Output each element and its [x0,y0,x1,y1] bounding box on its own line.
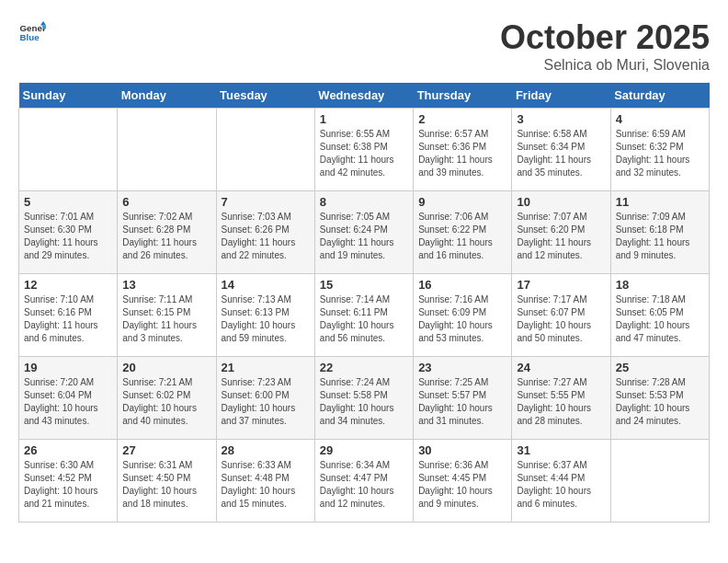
day-number: 15 [320,278,408,292]
day-info: Sunrise: 6:36 AM Sunset: 4:45 PM Dayligh… [418,459,506,511]
page-header: General Blue October 2025 Selnica ob Mur… [18,18,710,74]
day-number: 12 [24,278,112,292]
day-number: 24 [517,361,605,374]
day-number: 28 [222,443,310,457]
day-info: Sunrise: 6:33 AM Sunset: 4:48 PM Dayligh… [222,459,310,511]
day-info: Sunrise: 7:27 AM Sunset: 5:55 PM Dayligh… [517,376,605,428]
day-number: 10 [517,195,605,209]
day-number: 1 [320,112,408,126]
day-info: Sunrise: 7:06 AM Sunset: 6:22 PM Dayligh… [418,211,506,262]
day-number: 16 [418,278,506,292]
day-cell: 12Sunrise: 7:10 AM Sunset: 6:16 PM Dayli… [19,274,118,357]
day-cell: 28Sunrise: 6:33 AM Sunset: 4:48 PM Dayli… [216,440,314,523]
day-info: Sunrise: 7:09 AM Sunset: 6:18 PM Dayligh… [616,211,704,262]
day-info: Sunrise: 7:21 AM Sunset: 6:02 PM Dayligh… [122,376,210,428]
day-info: Sunrise: 6:30 AM Sunset: 4:52 PM Dayligh… [24,459,112,511]
day-cell: 21Sunrise: 7:23 AM Sunset: 6:00 PM Dayli… [216,357,314,440]
day-info: Sunrise: 6:37 AM Sunset: 4:44 PM Dayligh… [517,459,605,511]
calendar: SundayMondayTuesdayWednesdayThursdayFrid… [18,83,710,523]
day-number: 27 [122,443,210,457]
day-number: 5 [24,195,112,209]
day-info: Sunrise: 7:14 AM Sunset: 6:11 PM Dayligh… [320,293,408,345]
day-info: Sunrise: 7:20 AM Sunset: 6:04 PM Dayligh… [24,376,112,428]
day-info: Sunrise: 6:57 AM Sunset: 6:36 PM Dayligh… [418,128,506,179]
day-info: Sunrise: 7:02 AM Sunset: 6:28 PM Dayligh… [122,211,210,262]
logo-icon: General Blue [18,18,46,46]
day-cell: 30Sunrise: 6:36 AM Sunset: 4:45 PM Dayli… [414,440,512,523]
day-cell: 3Sunrise: 6:58 AM Sunset: 6:34 PM Daylig… [512,109,610,191]
day-number: 29 [320,443,408,457]
day-number: 19 [24,361,112,374]
day-info: Sunrise: 7:07 AM Sunset: 6:20 PM Dayligh… [517,211,605,262]
day-cell: 29Sunrise: 6:34 AM Sunset: 4:47 PM Dayli… [314,440,413,523]
day-number: 14 [222,278,310,292]
logo: General Blue [18,18,46,46]
day-cell: 7Sunrise: 7:03 AM Sunset: 6:26 PM Daylig… [216,191,314,274]
location-title: Selnica ob Muri, Slovenia [500,57,710,74]
day-cell: 17Sunrise: 7:17 AM Sunset: 6:07 PM Dayli… [512,274,610,357]
day-number: 26 [24,443,112,457]
day-number: 2 [418,112,506,126]
day-cell: 23Sunrise: 7:25 AM Sunset: 5:57 PM Dayli… [414,357,512,440]
day-number: 7 [222,195,310,209]
day-info: Sunrise: 7:01 AM Sunset: 6:30 PM Dayligh… [24,211,112,262]
day-info: Sunrise: 7:10 AM Sunset: 6:16 PM Dayligh… [24,293,112,345]
day-cell: 27Sunrise: 6:31 AM Sunset: 4:50 PM Dayli… [118,440,216,523]
day-info: Sunrise: 7:18 AM Sunset: 6:05 PM Dayligh… [616,293,704,345]
day-cell: 10Sunrise: 7:07 AM Sunset: 6:20 PM Dayli… [512,191,610,274]
weekday-header-thursday: Thursday [414,83,512,109]
day-info: Sunrise: 7:11 AM Sunset: 6:15 PM Dayligh… [122,293,210,345]
day-info: Sunrise: 7:23 AM Sunset: 6:00 PM Dayligh… [222,376,310,428]
day-number: 3 [517,112,605,126]
day-cell: 16Sunrise: 7:16 AM Sunset: 6:09 PM Dayli… [414,274,512,357]
day-info: Sunrise: 6:34 AM Sunset: 4:47 PM Dayligh… [320,459,408,511]
title-block: October 2025 Selnica ob Muri, Slovenia [500,18,710,74]
day-info: Sunrise: 7:24 AM Sunset: 5:58 PM Dayligh… [320,376,408,428]
day-info: Sunrise: 6:59 AM Sunset: 6:32 PM Dayligh… [616,128,704,179]
day-cell: 13Sunrise: 7:11 AM Sunset: 6:15 PM Dayli… [118,274,216,357]
day-number: 6 [122,195,210,209]
day-info: Sunrise: 7:25 AM Sunset: 5:57 PM Dayligh… [418,376,506,428]
day-cell [216,109,314,191]
day-cell [610,440,709,523]
day-number: 11 [616,195,704,209]
day-number: 9 [418,195,506,209]
day-number: 20 [122,361,210,374]
weekday-header-tuesday: Tuesday [216,83,314,109]
day-cell: 15Sunrise: 7:14 AM Sunset: 6:11 PM Dayli… [314,274,413,357]
day-info: Sunrise: 6:55 AM Sunset: 6:38 PM Dayligh… [320,128,408,179]
day-number: 8 [320,195,408,209]
day-info: Sunrise: 7:13 AM Sunset: 6:13 PM Dayligh… [222,293,310,345]
weekday-header-row: SundayMondayTuesdayWednesdayThursdayFrid… [19,83,710,109]
day-number: 17 [517,278,605,292]
day-info: Sunrise: 7:05 AM Sunset: 6:24 PM Dayligh… [320,211,408,262]
day-info: Sunrise: 7:03 AM Sunset: 6:26 PM Dayligh… [222,211,310,262]
day-number: 25 [616,361,704,374]
day-number: 31 [517,443,605,457]
weekday-header-monday: Monday [118,83,216,109]
day-info: Sunrise: 7:17 AM Sunset: 6:07 PM Dayligh… [517,293,605,345]
weekday-header-sunday: Sunday [19,83,118,109]
day-cell: 18Sunrise: 7:18 AM Sunset: 6:05 PM Dayli… [610,274,709,357]
month-title: October 2025 [500,18,710,57]
day-cell [19,109,118,191]
day-number: 22 [320,361,408,374]
week-row-4: 19Sunrise: 7:20 AM Sunset: 6:04 PM Dayli… [19,357,710,440]
day-info: Sunrise: 6:31 AM Sunset: 4:50 PM Dayligh… [122,459,210,511]
day-cell: 1Sunrise: 6:55 AM Sunset: 6:38 PM Daylig… [314,109,413,191]
day-cell: 25Sunrise: 7:28 AM Sunset: 5:53 PM Dayli… [610,357,709,440]
day-cell: 24Sunrise: 7:27 AM Sunset: 5:55 PM Dayli… [512,357,610,440]
day-cell: 14Sunrise: 7:13 AM Sunset: 6:13 PM Dayli… [216,274,314,357]
day-cell: 9Sunrise: 7:06 AM Sunset: 6:22 PM Daylig… [414,191,512,274]
day-info: Sunrise: 7:16 AM Sunset: 6:09 PM Dayligh… [418,293,506,345]
week-row-1: 1Sunrise: 6:55 AM Sunset: 6:38 PM Daylig… [19,109,710,191]
day-cell [118,109,216,191]
day-cell: 2Sunrise: 6:57 AM Sunset: 6:36 PM Daylig… [414,109,512,191]
week-row-2: 5Sunrise: 7:01 AM Sunset: 6:30 PM Daylig… [19,191,710,274]
week-row-5: 26Sunrise: 6:30 AM Sunset: 4:52 PM Dayli… [19,440,710,523]
day-cell: 11Sunrise: 7:09 AM Sunset: 6:18 PM Dayli… [610,191,709,274]
day-number: 18 [616,278,704,292]
day-cell: 31Sunrise: 6:37 AM Sunset: 4:44 PM Dayli… [512,440,610,523]
week-row-3: 12Sunrise: 7:10 AM Sunset: 6:16 PM Dayli… [19,274,710,357]
day-cell: 22Sunrise: 7:24 AM Sunset: 5:58 PM Dayli… [314,357,413,440]
